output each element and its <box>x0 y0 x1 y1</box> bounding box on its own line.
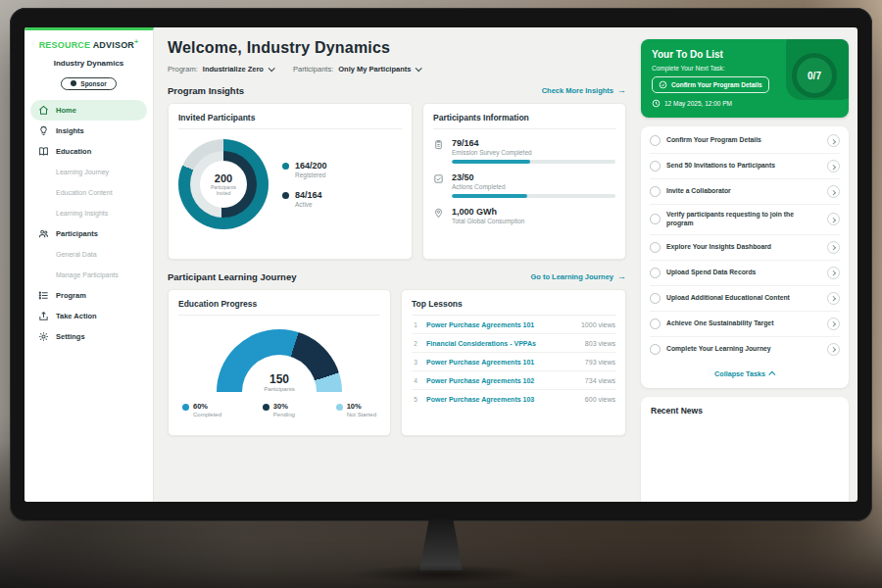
checkbox-circle-icon[interactable] <box>650 268 661 278</box>
checkbox-circle-icon[interactable] <box>650 135 661 146</box>
program-insights-title: Program Insights <box>168 85 244 96</box>
task-row[interactable]: Verify participants requesting to join t… <box>650 205 840 235</box>
learning-journey-title: Participant Learning Journey <box>168 271 296 282</box>
chevron-right-icon[interactable] <box>827 134 840 147</box>
sidebar: RESOURCE ADVISOR+ Industry Dynamics Spon… <box>24 27 154 502</box>
link-label: Check More Insights <box>542 86 613 95</box>
task-row[interactable]: Achieve One Sustainability Target <box>650 312 840 337</box>
checkbox-circle-icon[interactable] <box>650 242 661 253</box>
lesson-link[interactable]: Power Purchase Agreements 101 <box>426 359 578 366</box>
chevron-right-icon[interactable] <box>827 292 840 305</box>
card-title: Education Progress <box>178 299 380 316</box>
go-to-learning-journey-link[interactable]: Go to Learning Journey → <box>530 272 626 281</box>
sidebar-item-learning-journey[interactable]: Learning Journey <box>24 162 153 182</box>
chevron-down-icon <box>269 65 275 72</box>
task-row[interactable]: Upload Spend Data Records <box>650 261 840 286</box>
sidebar-item-insights[interactable]: Insights <box>24 121 153 141</box>
participants-label: Participants: <box>293 65 333 74</box>
sponsor-badge[interactable]: Sponsor <box>61 77 116 90</box>
checklist-icon <box>433 173 444 184</box>
checkbox-circle-icon[interactable] <box>650 214 661 224</box>
sidebar-item-manage-participants[interactable]: Manage Participants <box>24 265 153 285</box>
info-row-actions: 23/50 Actions Completed <box>433 172 615 198</box>
collapse-tasks-link[interactable]: Collapse Tasks <box>650 362 840 386</box>
task-row[interactable]: Complete Your Learning Journey <box>650 337 840 362</box>
task-row[interactable]: Invite a Collaborator <box>650 179 840 205</box>
lesson-link[interactable]: Power Purchase Agreements 103 <box>426 396 578 403</box>
lesson-link[interactable]: Financial Considerations - VPPAs <box>426 340 578 347</box>
chevron-right-icon[interactable] <box>827 160 840 172</box>
sidebar-item-label: Program <box>56 291 86 300</box>
task-row[interactable]: Send 50 Invitations to Participants <box>650 154 840 179</box>
people-icon <box>38 228 49 239</box>
chevron-right-icon[interactable] <box>827 318 840 330</box>
task-label: Upload Spend Data Records <box>666 269 821 277</box>
lesson-rank: 4 <box>412 377 419 384</box>
chevron-right-icon[interactable] <box>827 185 840 198</box>
lesson-views: 734 views <box>585 377 615 384</box>
task-row[interactable]: Confirm Your Program Details <box>650 128 840 154</box>
lesson-link[interactable]: Power Purchase Agreements 102 <box>426 377 578 384</box>
lesson-rank: 1 <box>412 321 419 328</box>
info-label: Actions Completed <box>452 183 615 190</box>
sidebar-item-learning-insights[interactable]: Learning Insights <box>24 203 153 223</box>
recent-news-card: Recent News <box>641 397 849 502</box>
legend-pending: 30% Pending <box>263 402 295 417</box>
chevron-right-icon[interactable] <box>827 267 840 279</box>
sidebar-item-general-data[interactable]: General Data <box>24 244 153 265</box>
checkbox-circle-icon[interactable] <box>650 186 661 197</box>
checkbox-circle-icon[interactable] <box>650 161 661 172</box>
sidebar-nav: Home Insights Education Learning Journey <box>24 100 153 347</box>
program-dropdown[interactable]: Program: Industrialize Zero <box>168 65 273 74</box>
org-name: Industry Dynamics <box>24 59 153 68</box>
sidebar-item-education[interactable]: Education <box>24 141 153 162</box>
chevron-right-icon[interactable] <box>827 213 840 225</box>
next-task-pill[interactable]: Confirm Your Program Details <box>652 76 769 93</box>
participants-dropdown[interactable]: Participants: Only My Participants <box>293 65 420 74</box>
participants-value: Only My Participants <box>338 65 411 74</box>
task-row[interactable]: Upload Additional Educational Content <box>650 286 840 312</box>
lesson-row[interactable]: 1 Power Purchase Agreements 101 1000 vie… <box>412 316 615 334</box>
top-lessons-card: Top Lessons 1 Power Purchase Agreements … <box>401 289 626 436</box>
sidebar-item-label: Education Content <box>56 189 113 196</box>
lesson-views: 793 views <box>585 359 615 366</box>
sidebar-item-label: Insights <box>56 126 84 135</box>
list-icon <box>38 290 49 301</box>
task-label: Upload Additional Educational Content <box>666 294 821 303</box>
due-date-label: 12 May 2025, 12:00 PM <box>664 100 732 107</box>
logo-text-resource: RESOURCE <box>39 40 91 50</box>
sidebar-item-settings[interactable]: Settings <box>24 326 153 347</box>
recent-news-title: Recent News <box>651 406 839 416</box>
lesson-link[interactable]: Power Purchase Agreements 101 <box>426 321 574 328</box>
sidebar-item-education-content[interactable]: Education Content <box>24 182 153 203</box>
lesson-row[interactable]: 4 Power Purchase Agreements 102 734 view… <box>412 371 615 390</box>
sidebar-item-label: Learning Journey <box>56 169 109 175</box>
right-panel: Your To Do List Complete Your Next Task:… <box>638 27 858 502</box>
chevron-right-icon[interactable] <box>827 343 840 356</box>
check-more-insights-link[interactable]: Check More Insights → <box>542 86 626 95</box>
sponsor-dot-icon <box>71 80 76 86</box>
lesson-row[interactable]: 5 Power Purchase Agreements 103 600 view… <box>412 390 615 408</box>
progress-bar-fill <box>452 194 527 198</box>
checkbox-circle-icon[interactable] <box>650 318 661 329</box>
legend-dot-icon <box>336 404 343 411</box>
legend-label: Active <box>295 201 322 208</box>
program-label: Program: <box>168 65 198 74</box>
chevron-right-icon[interactable] <box>827 241 840 254</box>
sidebar-item-take-action[interactable]: Take Action <box>24 306 153 326</box>
sidebar-item-label: Take Action <box>56 312 97 320</box>
task-label: Achieve One Sustainability Target <box>666 319 821 328</box>
sidebar-item-participants[interactable]: Participants <box>24 223 153 244</box>
lesson-row[interactable]: 2 Financial Considerations - VPPAs 803 v… <box>412 334 615 353</box>
checkbox-circle-icon[interactable] <box>650 344 661 355</box>
sidebar-item-home[interactable]: Home <box>30 100 147 121</box>
program-value: Industrialize Zero <box>203 65 264 74</box>
lesson-row[interactable]: 3 Power Purchase Agreements 101 793 view… <box>412 353 615 371</box>
link-label: Go to Learning Journey <box>530 272 613 281</box>
sidebar-item-program[interactable]: Program <box>24 285 153 306</box>
monitor-bezel: RESOURCE ADVISOR+ Industry Dynamics Spon… <box>10 8 872 521</box>
task-row[interactable]: Explore Your Insights Dashboard <box>650 235 840 261</box>
checkbox-circle-icon[interactable] <box>650 293 661 304</box>
todo-summary-card: Your To Do List Complete Your Next Task:… <box>641 39 849 118</box>
check-circle-icon <box>659 80 667 89</box>
